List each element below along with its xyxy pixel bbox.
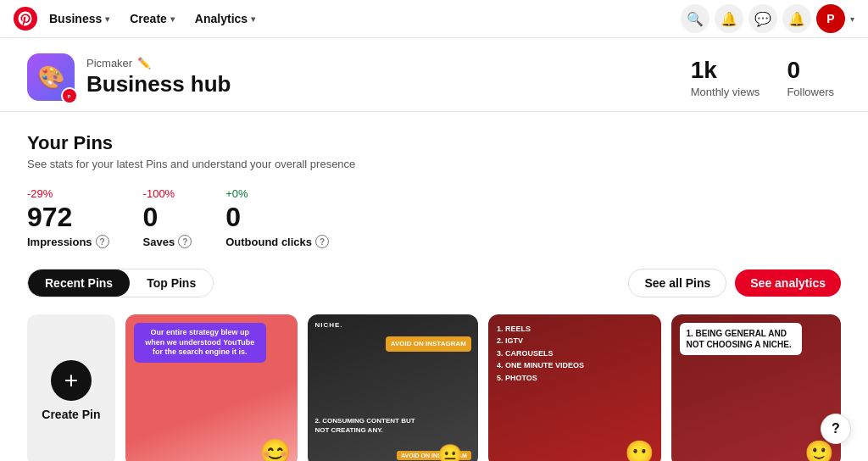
see-analytics-button[interactable]: See analytics (735, 269, 841, 297)
your-pins-title: Your Pins (27, 132, 841, 154)
hub-avatar-badge: P (61, 87, 78, 104)
pinterest-logo[interactable] (14, 7, 37, 31)
hub-account-name: Picmaker ✏️ (86, 57, 231, 69)
hub-title-area: Picmaker ✏️ Business hub (86, 57, 231, 97)
edit-icon[interactable]: ✏️ (137, 57, 151, 69)
create-pin-card[interactable]: + Create Pin (27, 314, 115, 461)
pin-card-3[interactable]: 1. REELS 2. IGTV 3. CAROUSELS 4. ONE MIN… (488, 314, 661, 461)
impressions-label: Impressions ? (27, 235, 109, 248)
top-nav: Business ▾ Create ▾ Analytics ▾ 🔍 🔔 💬 🔔 … (0, 0, 868, 38)
pin-card-3-face: 😶 (625, 439, 654, 461)
hub-stats: 1k Monthly views 0 Followers (691, 57, 841, 98)
help-button[interactable]: ? (821, 414, 851, 444)
pins-controls: Recent Pins Top Pins See all Pins See an… (27, 269, 841, 297)
create-pin-label: Create Pin (42, 408, 100, 421)
pin-card-3-thumb: 1. REELS 2. IGTV 3. CAROUSELS 4. ONE MIN… (488, 314, 661, 461)
pin-card-3-image: 1. REELS 2. IGTV 3. CAROUSELS 4. ONE MIN… (488, 314, 661, 461)
hub-stat-monthly-views-label: Monthly views (691, 86, 760, 98)
create-pin-plus-icon: + (51, 360, 92, 401)
pin-card-3-list: 1. REELS 2. IGTV 3. CAROUSELS 4. ONE MIN… (497, 323, 584, 384)
impressions-change: -29% (27, 187, 109, 200)
tab-recent-pins[interactable]: Recent Pins (28, 269, 130, 297)
saves-value: 0 (143, 202, 192, 233)
see-all-pins-button[interactable]: See all Pins (628, 269, 726, 297)
hub-stat-followers-number: 0 (787, 57, 834, 84)
nav-analytics-chevron: ▾ (251, 14, 255, 24)
hub-header: 🎨 P Picmaker ✏️ Business hub 1k Monthly … (0, 38, 868, 112)
nav-create-label: Create (130, 12, 167, 25)
pin-card-1-bubble: Our entire strategy blew up when we unde… (134, 323, 266, 363)
user-chevron[interactable]: ▾ (850, 14, 854, 24)
svg-point-0 (14, 7, 37, 31)
saves-label: Saves ? (143, 235, 192, 248)
notifications-button[interactable]: 🔔 (715, 4, 743, 33)
nav-business[interactable]: Business ▾ (41, 7, 118, 31)
pin-card-2-face: 😐 (437, 443, 463, 461)
hub-avatar-wrap: 🎨 P (27, 53, 75, 101)
pin-card-2-niche-tag: NICHE. (314, 321, 342, 329)
nav-analytics-label: Analytics (195, 12, 248, 25)
pin-card-4-image: 1. BEING GENERAL AND NOT CHOOSING A NICH… (671, 314, 842, 461)
pin-card-4-thumb: 1. BEING GENERAL AND NOT CHOOSING A NICH… (671, 314, 842, 461)
tab-top-pins[interactable]: Top Pins (130, 269, 213, 297)
messages-button[interactable]: 💬 (748, 4, 777, 33)
pin-card-2-image: NICHE. AVOID ON INSTAGRAM 2. CONSUMING C… (308, 314, 478, 461)
nav-left: Business ▾ Create ▾ Analytics ▾ (14, 7, 264, 31)
pin-card-1-face: 😊 (259, 437, 291, 461)
pin-card-2-avoid-tag: AVOID ON INSTAGRAM (386, 336, 471, 352)
stats-row: -29% 972 Impressions ? -100% 0 Saves ? +… (27, 187, 841, 248)
svg-text:P: P (68, 94, 71, 99)
outbound-clicks-value: 0 (225, 202, 329, 233)
alerts-button[interactable]: 🔔 (782, 4, 811, 33)
outbound-clicks-label: Outbound clicks ? (225, 235, 329, 248)
pin-card-2-thumb: NICHE. AVOID ON INSTAGRAM 2. CONSUMING C… (308, 314, 478, 461)
pin-card-1-image: Our entire strategy blew up when we unde… (125, 314, 298, 461)
saves-change: -100% (143, 187, 192, 200)
saves-stat: -100% 0 Saves ? (143, 187, 192, 248)
hub-stat-followers-label: Followers (787, 86, 834, 98)
main-content: Your Pins See stats for your latest Pins… (0, 112, 868, 461)
nav-business-chevron: ▾ (105, 14, 109, 24)
pins-grid: + Create Pin Our entire strategy blew up… (27, 314, 841, 461)
outbound-clicks-stat: +0% 0 Outbound clicks ? (225, 187, 329, 248)
impressions-stat: -29% 972 Impressions ? (27, 187, 109, 248)
your-pins-subtitle: See stats for your latest Pins and under… (27, 158, 841, 170)
search-button[interactable]: 🔍 (681, 4, 709, 33)
hub-stat-followers: 0 Followers (787, 57, 834, 98)
nav-create-chevron: ▾ (170, 14, 175, 24)
outbound-clicks-info-icon[interactable]: ? (315, 235, 329, 248)
pin-card-4[interactable]: 1. BEING GENERAL AND NOT CHOOSING A NICH… (671, 314, 842, 461)
nav-analytics[interactable]: Analytics ▾ (186, 7, 264, 31)
pin-card-2-text: 2. CONSUMING CONTENT BUT NOT CREATING AN… (314, 416, 416, 435)
tabs: Recent Pins Top Pins (27, 269, 214, 297)
actions: See all Pins See analytics (628, 269, 841, 297)
hub-stat-monthly-views: 1k Monthly views (691, 57, 760, 98)
pin-card-4-bubble: 1. BEING GENERAL AND NOT CHOOSING A NICH… (680, 323, 802, 355)
impressions-info-icon[interactable]: ? (96, 235, 109, 248)
user-avatar[interactable]: P (816, 4, 845, 33)
nav-create[interactable]: Create ▾ (121, 7, 183, 31)
pin-card-2[interactable]: NICHE. AVOID ON INSTAGRAM 2. CONSUMING C… (308, 314, 478, 461)
impressions-value: 972 (27, 202, 109, 233)
hub-title: Business hub (86, 71, 231, 97)
pin-card-1[interactable]: Our entire strategy blew up when we unde… (125, 314, 298, 461)
nav-business-label: Business (49, 12, 102, 25)
nav-right: 🔍 🔔 💬 🔔 P ▾ (681, 4, 854, 33)
outbound-clicks-change: +0% (225, 187, 329, 200)
saves-info-icon[interactable]: ? (178, 235, 192, 248)
hub-left: 🎨 P Picmaker ✏️ Business hub (27, 53, 231, 101)
pin-card-1-thumb: Our entire strategy blew up when we unde… (125, 314, 298, 461)
hub-stat-monthly-views-number: 1k (691, 57, 760, 84)
